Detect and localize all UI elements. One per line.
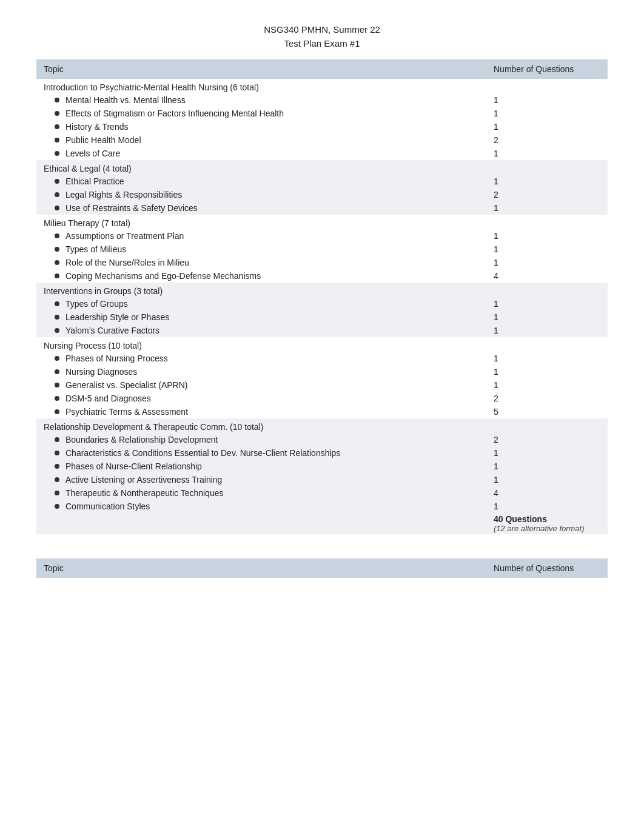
question-count: 1 [486,256,608,269]
bullet-icon [55,356,59,361]
topic-text: Generalist vs. Specialist (APRN) [65,380,188,390]
question-count: 2 [486,392,608,405]
section-header-2: Milieu Therapy (7 total) [36,215,608,229]
question-count: 1 [486,365,608,378]
bullet-icon [55,138,59,143]
topic-text: Types of Groups [65,299,128,309]
question-count: 1 [486,229,608,243]
col-header-questions-2: Number of Questions [486,558,608,578]
bullet-icon [55,124,59,129]
bullet-icon [55,328,59,333]
topic-text: Assumptions or Treatment Plan [65,231,184,241]
bullet-icon [55,151,59,156]
table-row: Generalist vs. Specialist (APRN)1 [36,378,608,392]
topic-cell: Types of Groups [36,297,486,310]
topic-text: Effects of Stigmatism or Factors Influen… [65,109,284,118]
topic-text: Nursing Diagnoses [65,367,137,377]
question-count: 4 [486,269,608,283]
topic-text: Boundaries & Relationship Development [65,435,218,444]
topic-text: Types of Milieus [65,244,126,254]
question-count: 1 [486,500,608,513]
topic-text: Therapeutic & Nontherapeutic Techniques [65,488,223,498]
topic-text: DSM-5 and Diagnoses [65,394,151,403]
topic-cell: Therapeutic & Nontherapeutic Techniques [36,486,486,500]
table-row: Levels of Care1 [36,147,608,160]
topic-cell: Coping Mechanisms and Ego-Defense Mechan… [36,269,486,283]
section-header-1: Ethical & Legal (4 total) [36,160,608,175]
total-label: 40 Questions [494,514,600,524]
topic-text: Yalom’s Curative Factors [65,326,159,335]
bullet-icon [55,273,59,278]
question-count: 1 [486,201,608,215]
table-row: Psychiatric Terms & Assessment5 [36,405,608,418]
topic-text: Phases of Nursing Process [65,354,168,363]
bullet-icon [55,409,59,414]
table-row: Phases of Nursing Process1 [36,352,608,365]
bullet-icon [55,247,59,252]
topic-text: Coping Mechanisms and Ego-Defense Mechan… [65,271,261,281]
question-count: 1 [486,243,608,256]
topic-cell: Role of the Nurse/Roles in Milieu [36,256,486,269]
table-row: Mental Health vs. Mental Illness1 [36,93,608,107]
question-count: 1 [486,352,608,365]
question-count: 1 [486,93,608,107]
question-count: 1 [486,378,608,392]
table-row: Active Listening or Assertiveness Traini… [36,473,608,486]
section-header-0: Introduction to Psychiatric-Mental Healt… [36,79,608,93]
bullet-icon [55,98,59,102]
topic-cell: Boundaries & Relationship Development [36,433,486,446]
total-row: 40 Questions(12 are alternative format) [36,513,608,534]
table-row: Role of the Nurse/Roles in Milieu1 [36,256,608,269]
col-header-questions: Number of Questions [486,59,608,79]
table-row: Therapeutic & Nontherapeutic Techniques4 [36,486,608,500]
topic-text: Legal Rights & Responsibilities [65,190,182,200]
table-row: Assumptions or Treatment Plan1 [36,229,608,243]
topic-cell: Mental Health vs. Mental Illness [36,93,486,107]
question-count: 1 [486,175,608,188]
test-plan-table: Topic Number of Questions Introduction t… [36,59,608,534]
bullet-icon [55,179,59,184]
bullet-icon [55,451,59,455]
topic-text: Ethical Practice [65,176,124,186]
bullet-icon [55,233,59,238]
table-row: Legal Rights & Responsibilities2 [36,188,608,201]
topic-cell: Generalist vs. Specialist (APRN) [36,378,486,392]
table-row: Types of Groups1 [36,297,608,310]
bullet-icon [55,396,59,401]
topic-text: Psychiatric Terms & Assessment [65,407,188,417]
topic-cell: Nursing Diagnoses [36,365,486,378]
bullet-icon [55,301,59,306]
table-row: Communication Styles1 [36,500,608,513]
question-count: 1 [486,473,608,486]
page-title: NSG340 PMHN, Summer 22 [36,24,608,35]
table-row: Characteristics & Conditions Essential t… [36,446,608,460]
topic-cell: DSM-5 and Diagnoses [36,392,486,405]
section-header-3: Interventions in Groups (3 total) [36,283,608,297]
section-header-5: Relationship Development & Therapeutic C… [36,418,608,433]
section-header-4: Nursing Process (10 total) [36,337,608,352]
bullet-icon [55,491,59,495]
table-row: Effects of Stigmatism or Factors Influen… [36,107,608,120]
topic-cell: Legal Rights & Responsibilities [36,188,486,201]
table-row: Use of Restraints & Safety Devices1 [36,201,608,215]
topic-cell: Ethical Practice [36,175,486,188]
table-row: Ethical Practice1 [36,175,608,188]
col-header-topic-2: Topic [36,558,486,578]
question-count: 1 [486,446,608,460]
topic-cell: Levels of Care [36,147,486,160]
bullet-icon [55,383,59,387]
bullet-icon [55,477,59,482]
topic-cell: Yalom’s Curative Factors [36,324,486,337]
bullet-icon [55,206,59,210]
question-count: 1 [486,297,608,310]
col-header-topic: Topic [36,59,486,79]
table-row: Public Health Model2 [36,133,608,147]
topic-text: Active Listening or Assertiveness Traini… [65,475,222,485]
page-subtitle: Test Plan Exam #1 [36,38,608,49]
bullet-icon [55,437,59,442]
topic-cell: Types of Milieus [36,243,486,256]
bullet-icon [55,464,59,469]
alt-format-label: (12 are alternative format) [494,524,600,533]
table-row: Coping Mechanisms and Ego-Defense Mechan… [36,269,608,283]
table-row: DSM-5 and Diagnoses2 [36,392,608,405]
